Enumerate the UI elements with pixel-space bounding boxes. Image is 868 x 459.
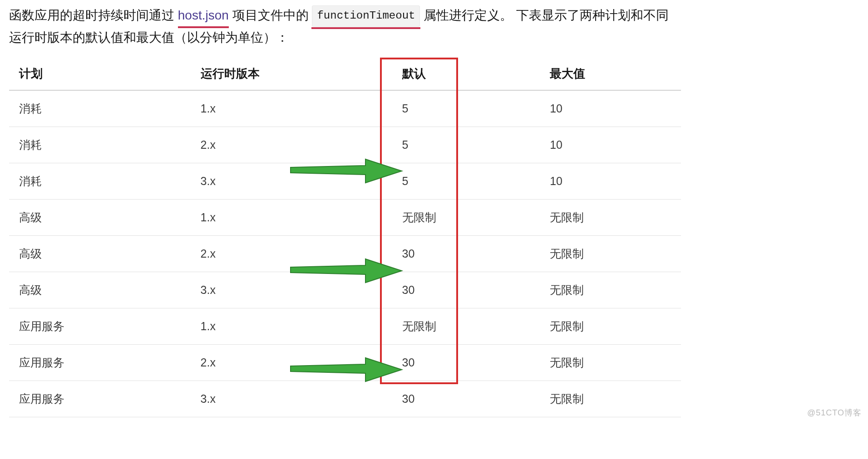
intro-mid1: 项目文件中的 bbox=[232, 8, 312, 22]
cell-version: 1.x bbox=[191, 308, 392, 344]
table-row: 消耗1.x510 bbox=[9, 90, 681, 127]
cell-default: 30 bbox=[392, 344, 540, 381]
cell-version: 1.x bbox=[191, 90, 392, 127]
cell-plan: 应用服务 bbox=[9, 344, 191, 381]
function-timeout-code: functionTimeout bbox=[312, 5, 420, 27]
table-row: 应用服务3.x30无限制 bbox=[9, 381, 681, 417]
cell-version: 3.x bbox=[191, 381, 392, 417]
cell-version: 2.x bbox=[191, 127, 392, 163]
table-header-row: 计划 运行时版本 默认 最大值 bbox=[9, 58, 681, 90]
table-row: 应用服务2.x30无限制 bbox=[9, 344, 681, 381]
cell-plan: 高级 bbox=[9, 272, 191, 308]
cell-default: 30 bbox=[392, 272, 540, 308]
table-row: 消耗2.x510 bbox=[9, 127, 681, 163]
cell-plan: 高级 bbox=[9, 235, 191, 272]
timeout-table: 计划 运行时版本 默认 最大值 消耗1.x510消耗2.x510消耗3.x510… bbox=[9, 58, 681, 417]
cell-plan: 应用服务 bbox=[9, 308, 191, 344]
cell-max: 无限制 bbox=[540, 308, 681, 344]
table-container: 计划 运行时版本 默认 最大值 消耗1.x510消耗2.x510消耗3.x510… bbox=[9, 58, 681, 417]
cell-max: 10 bbox=[540, 90, 681, 127]
table-row: 高级3.x30无限制 bbox=[9, 272, 681, 308]
table-row: 消耗3.x510 bbox=[9, 163, 681, 199]
intro-prefix: 函数应用的超时持续时间通过 bbox=[9, 8, 178, 22]
cell-max: 10 bbox=[540, 127, 681, 163]
cell-plan: 消耗 bbox=[9, 127, 191, 163]
cell-version: 1.x bbox=[191, 199, 392, 235]
cell-max: 无限制 bbox=[540, 381, 681, 417]
cell-max: 无限制 bbox=[540, 344, 681, 381]
cell-default: 无限制 bbox=[392, 199, 540, 235]
hostjson-link[interactable]: host.json bbox=[178, 5, 229, 26]
table-row: 高级2.x30无限制 bbox=[9, 235, 681, 272]
cell-max: 10 bbox=[540, 163, 681, 199]
cell-max: 无限制 bbox=[540, 199, 681, 235]
cell-plan: 消耗 bbox=[9, 90, 191, 127]
cell-version: 2.x bbox=[191, 235, 392, 272]
cell-version: 3.x bbox=[191, 272, 392, 308]
cell-default: 5 bbox=[392, 90, 540, 127]
cell-plan: 高级 bbox=[9, 199, 191, 235]
cell-max: 无限制 bbox=[540, 272, 681, 308]
intro-paragraph: 函数应用的超时持续时间通过 host.json 项目文件中的 functionT… bbox=[9, 5, 681, 49]
header-version: 运行时版本 bbox=[191, 58, 392, 90]
cell-plan: 消耗 bbox=[9, 163, 191, 199]
header-plan: 计划 bbox=[9, 58, 191, 90]
watermark-text: @51CTO博客 bbox=[807, 407, 862, 418]
cell-default: 30 bbox=[392, 235, 540, 272]
cell-default: 5 bbox=[392, 163, 540, 199]
header-max: 最大值 bbox=[540, 58, 681, 90]
table-row: 高级1.x无限制无限制 bbox=[9, 199, 681, 235]
header-default: 默认 bbox=[392, 58, 540, 90]
cell-max: 无限制 bbox=[540, 235, 681, 272]
cell-version: 2.x bbox=[191, 344, 392, 381]
cell-plan: 应用服务 bbox=[9, 381, 191, 417]
cell-default: 5 bbox=[392, 127, 540, 163]
cell-default: 无限制 bbox=[392, 308, 540, 344]
cell-version: 3.x bbox=[191, 163, 392, 199]
table-row: 应用服务1.x无限制无限制 bbox=[9, 308, 681, 344]
cell-default: 30 bbox=[392, 381, 540, 417]
